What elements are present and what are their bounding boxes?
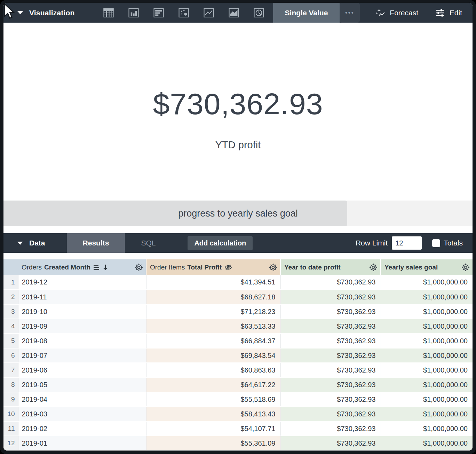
cell-ytd-profit: $730,362.93 [280, 421, 381, 436]
cell-total-profit: $69,843.54 [146, 348, 280, 363]
row-index: 7 [3, 363, 18, 377]
column-view-prefix: Order Items [150, 264, 185, 271]
row-index: 2 [3, 290, 18, 304]
bar-chart-icon[interactable] [152, 6, 165, 19]
cell-total-profit: $71,218.23 [146, 304, 280, 319]
single-value-number: $730,362.93 [153, 87, 323, 121]
cell-yearly-sales-goal: $1,000,000.00 [381, 290, 473, 304]
add-calculation-button[interactable]: Add calculation [188, 236, 253, 250]
visualization-bar: Visualization [3, 3, 473, 23]
cell-ytd-profit: $730,362.93 [280, 363, 381, 377]
results-table: Orders Created Month [3, 259, 473, 451]
row-index: 1 [3, 275, 18, 290]
explore-panel: Visualization [3, 3, 473, 451]
cell-created-month: 2019-01 [18, 436, 146, 451]
cell-ytd-profit: $730,362.93 [280, 392, 381, 407]
cell-created-month: 2019-08 [18, 334, 146, 348]
pie-chart-icon[interactable] [252, 6, 265, 19]
cell-yearly-sales-goal: $1,000,000.00 [381, 363, 473, 377]
cell-yearly-sales-goal: $1,000,000.00 [381, 392, 473, 407]
forecast-label: Forecast [390, 9, 418, 17]
row-limit-label: Row Limit [356, 239, 388, 247]
table-row: 72019-06$60,863.63$730,362.93$1,000,000.… [3, 363, 473, 377]
column-header-created-month[interactable]: Orders Created Month [18, 259, 146, 275]
cell-created-month: 2019-09 [18, 319, 146, 334]
cell-yearly-sales-goal: $1,000,000.00 [381, 319, 473, 334]
column-view-prefix: Orders [22, 264, 42, 271]
area-chart-icon[interactable] [227, 6, 240, 19]
tab-results[interactable]: Results [67, 233, 125, 253]
cell-created-month: 2019-10 [18, 304, 146, 319]
table-icon[interactable] [102, 6, 115, 19]
cell-total-profit: $54,107.71 [146, 421, 280, 436]
row-index: 5 [3, 334, 18, 348]
table-row: 102019-03$58,413.43$730,362.93$1,000,000… [3, 407, 473, 421]
cell-created-month: 2019-11 [18, 290, 146, 304]
cell-total-profit: $55,361.09 [146, 436, 280, 451]
column-field-name: Yearly sales goal [384, 264, 438, 271]
row-limit-input[interactable] [392, 236, 422, 250]
cell-total-profit: $66,884.37 [146, 334, 280, 348]
cell-total-profit: $55,518.69 [146, 392, 280, 407]
cell-ytd-profit: $730,362.93 [280, 407, 381, 421]
cell-created-month: 2019-04 [18, 392, 146, 407]
cell-ytd-profit: $730,362.93 [280, 348, 381, 363]
gear-icon[interactable] [461, 263, 470, 272]
totals-checkbox[interactable] [432, 239, 440, 247]
cell-created-month: 2019-03 [18, 407, 146, 421]
column-field-name: Created Month [44, 264, 90, 271]
viz-type-picker [102, 6, 265, 19]
table-row: 12019-12$41,394.51$730,362.93$1,000,000.… [3, 275, 473, 290]
table-row: 42019-09$63,513.33$730,362.93$1,000,000.… [3, 319, 473, 334]
column-field-name: Year to date profit [284, 264, 341, 271]
sort-desc-arrow-icon[interactable] [102, 264, 109, 271]
column-header-total-profit[interactable]: Order Items Total Profit [146, 259, 280, 275]
column-field-name: Total Profit [187, 264, 222, 271]
table-row: 22019-11$68,627.18$730,362.93$1,000,000.… [3, 290, 473, 304]
table-row: 112019-02$54,107.71$730,362.93$1,000,000… [3, 421, 473, 436]
cell-ytd-profit: $730,362.93 [280, 334, 381, 348]
cell-total-profit: $60,863.63 [146, 363, 280, 377]
collapse-data-caret-icon[interactable] [17, 242, 23, 245]
spacer [3, 226, 473, 233]
edit-label: Edit [450, 9, 462, 17]
table-row: 32019-10$71,218.23$730,362.93$1,000,000.… [3, 304, 473, 319]
tune-icon [435, 8, 445, 18]
cell-yearly-sales-goal: $1,000,000.00 [381, 334, 473, 348]
gear-icon[interactable] [134, 263, 144, 272]
eye-off-icon [224, 263, 232, 272]
row-index: 8 [3, 377, 18, 392]
more-viz-types-button[interactable]: ••• [340, 3, 360, 23]
row-index: 4 [3, 319, 18, 334]
tab-sql[interactable]: SQL [141, 239, 156, 247]
column-header-ytd-profit[interactable]: Year to date profit [280, 259, 381, 275]
cell-created-month: 2019-02 [18, 421, 146, 436]
row-index: 12 [3, 436, 18, 451]
tab-single-value[interactable]: Single Value [273, 3, 340, 23]
forecast-button[interactable]: Forecast [375, 8, 418, 18]
totals-label: Totals [444, 239, 463, 247]
edit-button[interactable]: Edit [435, 8, 462, 18]
spacer [3, 253, 473, 259]
visualization-title: Visualization [29, 9, 75, 17]
progress-label: progress to yearly sales goal [3, 201, 473, 226]
cell-yearly-sales-goal: $1,000,000.00 [381, 436, 473, 451]
cell-yearly-sales-goal: $1,000,000.00 [381, 275, 473, 290]
cell-yearly-sales-goal: $1,000,000.00 [381, 348, 473, 363]
cell-yearly-sales-goal: $1,000,000.00 [381, 407, 473, 421]
cell-ytd-profit: $730,362.93 [280, 319, 381, 334]
collapse-visualization-caret-icon[interactable] [17, 11, 23, 14]
data-bar-right: Row Limit Totals [356, 236, 463, 250]
cell-total-profit: $41,394.51 [146, 275, 280, 290]
row-number-header [3, 259, 18, 275]
gear-icon[interactable] [268, 263, 278, 272]
table-row: 52019-08$66,884.37$730,362.93$1,000,000.… [3, 334, 473, 348]
cell-ytd-profit: $730,362.93 [280, 377, 381, 392]
column-chart-icon[interactable] [127, 6, 140, 19]
column-header-yearly-sales-goal[interactable]: Yearly sales goal [381, 259, 473, 275]
scatter-icon[interactable] [177, 6, 190, 19]
line-chart-icon[interactable] [202, 6, 215, 19]
cell-total-profit: $64,617.22 [146, 377, 280, 392]
gear-icon[interactable] [368, 263, 378, 272]
cell-created-month: 2019-12 [18, 275, 146, 290]
